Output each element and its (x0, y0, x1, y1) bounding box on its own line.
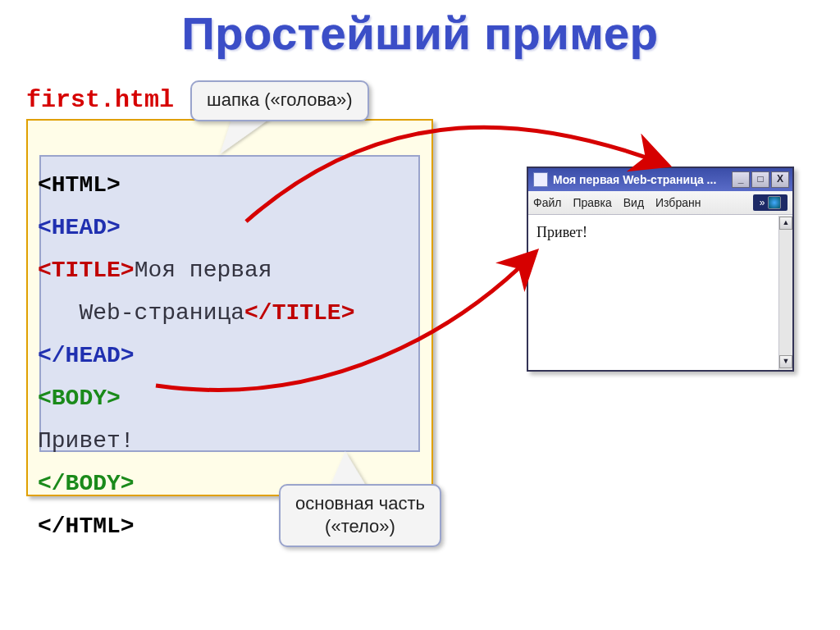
callout-head: шапка («голова») (190, 80, 369, 121)
title-text-2: Web-страница (38, 300, 244, 326)
scroll-down-icon[interactable]: ▼ (779, 355, 792, 368)
menu-overflow[interactable]: » (753, 194, 788, 211)
browser-titlebar: Моя первая Web-страница ... _ □ X (528, 168, 792, 191)
callout-body-line2: («тело») (325, 516, 395, 536)
menu-view[interactable]: Вид (623, 196, 644, 209)
browser-viewport: Привет! (528, 216, 779, 370)
scrollbar-vertical[interactable]: ▲ ▼ (778, 216, 792, 370)
tag-body-close: </BODY> (38, 471, 135, 496)
callout-body: основная часть («тело») (279, 484, 441, 547)
scroll-up-icon[interactable]: ▲ (779, 217, 792, 230)
tag-head-close: </HEAD> (38, 343, 135, 368)
callout-body-line1: основная часть (295, 493, 425, 514)
window-buttons: _ □ X (732, 171, 789, 188)
close-button[interactable]: X (771, 171, 789, 188)
chevron-right-icon: » (760, 197, 765, 208)
body-text: Привет! (38, 428, 135, 454)
tag-title-open: <TITLE> (38, 258, 135, 283)
menu-favorites[interactable]: Избранн (655, 196, 701, 209)
browser-title: Моя первая Web-страница ... (553, 173, 727, 186)
ie-logo-icon (768, 196, 781, 209)
minimize-button[interactable]: _ (732, 171, 750, 188)
tag-html-open: <HTML> (38, 172, 121, 198)
tag-html-close: </HTML> (38, 514, 135, 539)
browser-menubar: Файл Правка Вид Избранн » (528, 191, 792, 215)
browser-window: Моя первая Web-страница ... _ □ X Файл П… (527, 167, 794, 372)
filename-label: first.html (26, 86, 174, 114)
menu-file[interactable]: Файл (533, 196, 561, 209)
callout-head-text: шапка («голова») (207, 89, 353, 110)
page-title: Простейший пример (0, 7, 840, 60)
tag-title-close: </TITLE> (244, 300, 354, 326)
menu-edit[interactable]: Правка (573, 196, 611, 209)
maximize-button[interactable]: □ (751, 171, 769, 188)
tag-head-open: <HEAD> (38, 215, 121, 240)
browser-app-icon (533, 172, 548, 187)
page-body-text: Привет! (536, 224, 587, 240)
title-text-1: Моя первая (135, 258, 272, 283)
tag-body-open: <BODY> (38, 386, 121, 411)
